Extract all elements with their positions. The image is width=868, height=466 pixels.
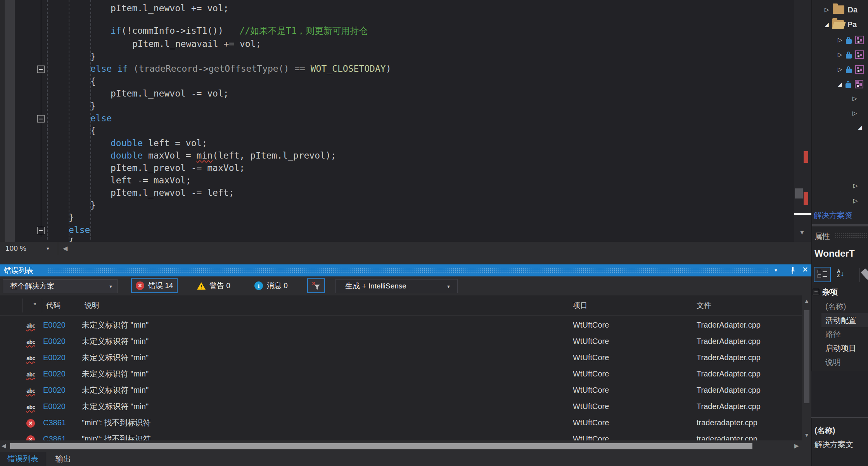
chevron-down-icon[interactable]: ▼ bbox=[46, 246, 50, 251]
error-list-title-bar[interactable]: 错误列表 ▼ ✕ bbox=[0, 264, 811, 276]
error-row[interactable]: abcE0020未定义标识符 "min"WtUftCoreTraderAdapt… bbox=[0, 317, 802, 333]
chevron-collapsed-icon[interactable]: ▷ bbox=[853, 179, 858, 192]
chevron-collapsed-icon[interactable]: ▷ bbox=[838, 63, 842, 76]
tree-item-label: Da bbox=[848, 3, 858, 16]
error-code-link[interactable]: E0020 bbox=[43, 382, 66, 398]
error-code-link[interactable]: E0020 bbox=[43, 317, 66, 333]
error-row[interactable]: abcE0020未定义标识符 "min"WtUftCoreTraderAdapt… bbox=[0, 366, 802, 382]
alphabetical-sort-button[interactable]: AZ ↓ bbox=[837, 269, 844, 278]
chevron-collapsed-icon[interactable]: ▷ bbox=[852, 92, 857, 105]
error-list-vertical-scrollbar[interactable]: ▲ ▼ bbox=[802, 295, 811, 440]
code-line: else if (tradeRecord->getOffsetType() ==… bbox=[90, 63, 391, 74]
chevron-collapsed-icon[interactable]: ▷ bbox=[825, 3, 829, 16]
chevron-expanded-icon[interactable]: ◢ bbox=[838, 78, 842, 91]
scroll-up-icon[interactable]: ▲ bbox=[804, 298, 809, 304]
error-code-link[interactable]: E0020 bbox=[43, 349, 66, 366]
property-row[interactable]: (名称) bbox=[821, 299, 868, 313]
zoom-control[interactable]: 100 % ▼ bbox=[0, 242, 58, 255]
property-row[interactable]: 说明 bbox=[821, 355, 868, 369]
property-row[interactable]: 路径 bbox=[821, 327, 868, 341]
error-description: 未定义标识符 "min" bbox=[82, 349, 149, 366]
tree-item[interactable]: ◢ bbox=[858, 121, 862, 134]
error-row[interactable]: abcE0020未定义标识符 "min"WtUftCoreTraderAdapt… bbox=[0, 398, 802, 414]
error-code-link[interactable]: C3861 bbox=[43, 431, 66, 440]
window-position-chevron-icon[interactable]: ▼ bbox=[774, 268, 778, 273]
scroll-right-icon[interactable]: ▶ bbox=[794, 443, 799, 449]
error-row[interactable]: abcE0020未定义标识符 "min"WtUftCoreTraderAdapt… bbox=[0, 333, 802, 349]
error-description: 未定义标识符 "min" bbox=[82, 333, 149, 349]
build-intellisense-dropdown[interactable]: 生成 + IntelliSense ▼ bbox=[335, 279, 458, 293]
tree-item[interactable]: ▷ bbox=[852, 92, 857, 105]
pin-icon[interactable] bbox=[790, 267, 796, 274]
error-list-horizontal-scrollbar[interactable]: ◀ ▶ bbox=[0, 440, 802, 452]
tab-error-list[interactable]: 错误列表 bbox=[0, 452, 46, 466]
warnings-filter-button[interactable]: ! 警告 0 bbox=[193, 278, 234, 293]
messages-filter-button[interactable]: i 消息 0 bbox=[251, 278, 292, 293]
chevron-expanded-icon[interactable]: ◢ bbox=[825, 18, 829, 31]
chevron-collapsed-icon[interactable]: ▷ bbox=[853, 194, 858, 207]
collapse-icon[interactable] bbox=[813, 289, 819, 295]
column-header-file[interactable]: 文件 bbox=[697, 295, 711, 316]
editor-scrollbar-thumb[interactable] bbox=[795, 188, 803, 198]
error-annotation-mark[interactable] bbox=[804, 192, 808, 205]
property-row[interactable]: 活动配置 bbox=[821, 313, 868, 327]
toolbar-separator bbox=[859, 268, 860, 282]
lock-icon bbox=[846, 69, 852, 73]
error-squiggle-token: min bbox=[197, 150, 213, 161]
chevron-collapsed-icon[interactable]: ▷ bbox=[852, 107, 857, 120]
filter-toggle-button[interactable] bbox=[307, 278, 325, 293]
fold-collapse-button[interactable] bbox=[37, 227, 45, 234]
tree-item[interactable]: ◢ bbox=[838, 78, 863, 91]
tree-item[interactable]: ▷ bbox=[838, 33, 864, 47]
error-code-link[interactable]: E0020 bbox=[43, 333, 66, 349]
tool-window-tab-bar: 错误列表 输出 bbox=[0, 452, 811, 466]
error-row[interactable]: ×C3861"min": 找不到标识符WtUftCoretraderadapte… bbox=[0, 414, 802, 431]
panel-separator bbox=[812, 224, 868, 226]
chevron-collapsed-icon[interactable]: ▷ bbox=[838, 48, 842, 61]
error-annotation-mark[interactable] bbox=[804, 151, 808, 163]
error-row[interactable]: abcE0020未定义标识符 "min"WtUftCoreTraderAdapt… bbox=[0, 382, 802, 398]
chevron-collapsed-icon[interactable]: ▷ bbox=[838, 33, 842, 47]
property-label: 启动项目 bbox=[821, 341, 856, 355]
tree-item[interactable]: ▷ bbox=[853, 179, 858, 192]
code-editor[interactable]: pItem.l_newvol += vol;if(!commInfo->isT1… bbox=[0, 0, 794, 242]
error-code-link[interactable]: E0020 bbox=[43, 366, 66, 382]
tree-item[interactable]: ▷ bbox=[838, 63, 864, 76]
tab-output[interactable]: 输出 bbox=[50, 452, 77, 466]
column-header-description[interactable]: 说明 bbox=[85, 295, 99, 316]
error-code-link[interactable]: C3861 bbox=[43, 414, 66, 431]
error-description: 未定义标识符 "min" bbox=[82, 398, 149, 414]
scroll-down-icon[interactable]: ▼ bbox=[799, 230, 805, 236]
tree-item[interactable]: ▷ bbox=[838, 48, 864, 61]
error-row[interactable]: abcE0020未定义标识符 "min"WtUftCoreTraderAdapt… bbox=[0, 349, 802, 366]
tree-item[interactable]: ▷ bbox=[853, 194, 858, 207]
scroll-left-icon[interactable]: ◀ bbox=[63, 245, 67, 252]
solution-explorer-tab-label[interactable]: 解决方案资 bbox=[814, 209, 852, 221]
fold-collapse-button[interactable] bbox=[37, 115, 45, 123]
scroll-down-icon[interactable]: ▼ bbox=[804, 432, 809, 438]
tree-item[interactable]: ▷ bbox=[852, 107, 857, 120]
scrollbar-thumb[interactable] bbox=[804, 310, 809, 403]
error-code-link[interactable]: E0020 bbox=[43, 398, 66, 414]
property-row[interactable]: 启动项目 bbox=[821, 341, 868, 355]
error-row[interactable]: ×C3861"min": 找不到标识符WtUftCoretraderadapte… bbox=[0, 431, 802, 440]
code-line: { bbox=[90, 76, 96, 87]
scope-dropdown[interactable]: 整个解决方案 ▼ bbox=[3, 279, 118, 293]
chevron-expanded-icon[interactable]: ◢ bbox=[858, 121, 862, 134]
scrollbar-thumb[interactable] bbox=[10, 443, 752, 449]
tree-item[interactable]: ◢Pa bbox=[825, 18, 857, 31]
fold-collapse-button[interactable] bbox=[37, 66, 45, 73]
intellisense-error-icon: abc bbox=[26, 366, 35, 383]
categorized-view-button[interactable] bbox=[814, 267, 831, 282]
close-icon[interactable]: ✕ bbox=[802, 265, 808, 274]
errors-filter-button[interactable]: × 错误 14 bbox=[131, 278, 178, 293]
category-misc-row[interactable]: 杂项 bbox=[813, 285, 838, 299]
scroll-left-icon[interactable]: ◀ bbox=[2, 443, 6, 449]
editor-vertical-scrollbar[interactable]: ▼ bbox=[794, 0, 811, 242]
column-header-project[interactable]: 项目 bbox=[573, 295, 588, 316]
column-header-code[interactable]: 代码 bbox=[46, 295, 61, 316]
error-description: 未定义标识符 "min" bbox=[82, 366, 149, 382]
tree-item[interactable]: ▷Da bbox=[825, 3, 858, 16]
code-line: pItem.l_newavail += vol; bbox=[132, 38, 261, 50]
indent-guide bbox=[47, 0, 48, 240]
